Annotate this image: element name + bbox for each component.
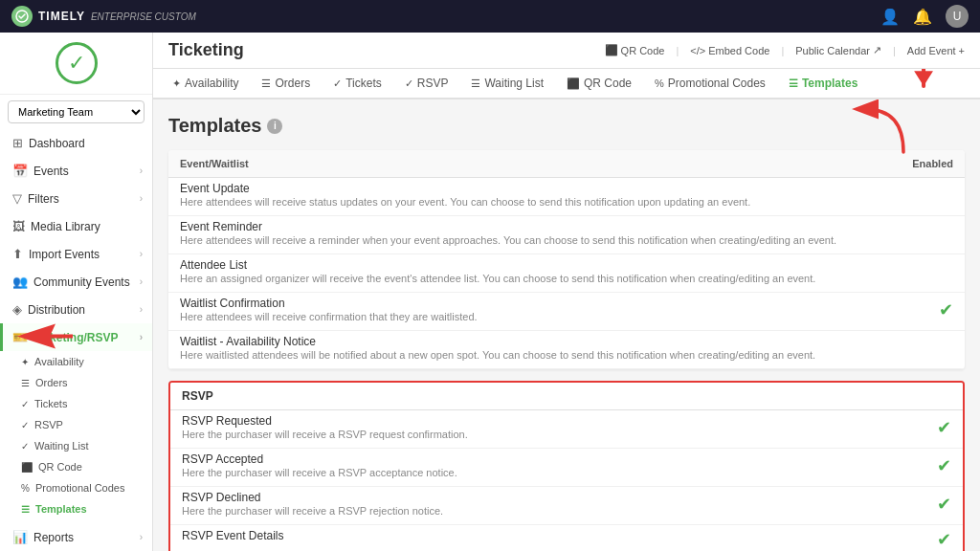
main-layout: ✓ Marketing Team ⊞Dashboard 📅Events › ▽F… bbox=[0, 33, 980, 551]
table-row: RSVP Requested Here the purchaser will r… bbox=[170, 410, 963, 449]
logo-check-icon: ✓ bbox=[68, 51, 85, 76]
template-enabled-cell: ✔ bbox=[924, 449, 963, 487]
sidebar-subitem-promo-codes[interactable]: % Promotional Codes bbox=[0, 477, 152, 498]
template-desc: Here the purchaser will receive a RSVP r… bbox=[182, 505, 913, 517]
header-actions: ⬛ QR Code | </> Embed Code | Public Cale… bbox=[605, 44, 965, 56]
sidebar-subitem-qr-code[interactable]: ⬛ QR Code bbox=[0, 456, 152, 477]
sidebar-subitem-orders[interactable]: ☰ Orders bbox=[0, 372, 152, 393]
table-row: Attendee List Here an assigned organizer… bbox=[168, 254, 965, 293]
subitem-label-templates: Templates bbox=[35, 503, 87, 515]
sidebar-item-ticketing[interactable]: 🎫Ticketing/RSVP › bbox=[0, 323, 152, 351]
sidebar-item-dashboard[interactable]: ⊞Dashboard bbox=[0, 129, 152, 157]
page-header-title: Ticketing bbox=[168, 40, 244, 60]
content-area: Ticketing ⬛ QR Code | </> Embed Code | P… bbox=[153, 33, 980, 551]
tab-qr-code[interactable]: ⬛QR Code bbox=[555, 69, 643, 99]
enabled-checkmark-icon: ✔ bbox=[937, 418, 951, 437]
red-arrow-tabs bbox=[881, 69, 965, 99]
sidebar-label-events: Events bbox=[33, 165, 69, 178]
tab-templates[interactable]: ☰Templates bbox=[777, 69, 869, 99]
tab-tickets[interactable]: ✓Tickets bbox=[322, 69, 393, 99]
sidebar-item-filters[interactable]: ▽Filters › bbox=[0, 185, 152, 212]
template-name: Attendee List bbox=[180, 258, 884, 272]
bell-icon[interactable]: 🔔 bbox=[913, 8, 932, 26]
sidebar-item-reports[interactable]: 📊Reports › bbox=[0, 523, 152, 551]
tab-icon-rsvp: ✓ bbox=[405, 77, 413, 90]
sidebar-subitem-availability[interactable]: ✦ Availability bbox=[0, 351, 152, 372]
chevron-icon: › bbox=[140, 532, 143, 542]
tab-availability[interactable]: ✦Availability bbox=[161, 69, 250, 99]
sidebar-subitem-rsvp[interactable]: ✓ RSVP bbox=[0, 414, 152, 435]
sidebar-label-media: Media Library bbox=[31, 220, 100, 233]
sidebar-item-import[interactable]: ⬆Import Events › bbox=[0, 240, 152, 268]
avatar-icon[interactable]: U bbox=[946, 5, 969, 28]
distribution-icon: ◈ bbox=[12, 302, 22, 317]
template-enabled-cell: ✔ bbox=[924, 525, 963, 552]
qr-code-action[interactable]: ⬛ QR Code bbox=[605, 44, 665, 56]
ticketing-icon: 🎫 bbox=[12, 330, 28, 344]
orders-icon: ☰ bbox=[21, 378, 30, 388]
sidebar-item-media[interactable]: 🖼Media Library bbox=[0, 212, 152, 240]
sidebar-item-community[interactable]: 👥Community Events › bbox=[0, 268, 152, 296]
template-desc: Here waitlisted attendees will be notifi… bbox=[180, 349, 884, 361]
template-enabled-cell bbox=[896, 254, 965, 293]
chevron-icon: › bbox=[140, 304, 143, 315]
subitem-label-orders: Orders bbox=[35, 377, 68, 388]
sidebar-label-community: Community Events bbox=[33, 276, 130, 289]
template-desc: Here attendees will receive confirmation… bbox=[180, 311, 884, 322]
tab-waiting-list[interactable]: ☰Waiting List bbox=[459, 69, 555, 99]
sidebar-logo: ✓ bbox=[56, 42, 98, 84]
tab-icon-templates: ☰ bbox=[789, 77, 798, 90]
tab-icon-orders: ☰ bbox=[261, 77, 271, 90]
person-icon[interactable]: 👤 bbox=[880, 8, 900, 26]
chevron-icon: › bbox=[140, 276, 143, 287]
sidebar-item-events[interactable]: 📅Events › bbox=[0, 157, 152, 185]
info-icon[interactable]: i bbox=[267, 119, 282, 134]
media-icon: 🖼 bbox=[12, 219, 25, 233]
enabled-checkmark-icon: ✔ bbox=[939, 300, 953, 320]
template-name: RSVP Declined bbox=[182, 491, 913, 504]
template-enabled-cell: ✔ bbox=[896, 293, 965, 331]
template-desc: Here the purchaser will receive a RSVP r… bbox=[182, 429, 913, 440]
rsvp-section-box: RSVP RSVP Requested Here the purchaser w… bbox=[168, 381, 965, 551]
subitem-label-qr: QR Code bbox=[38, 461, 82, 473]
template-name: RSVP Requested bbox=[182, 414, 913, 428]
enabled-checkmark-icon: ✔ bbox=[937, 495, 951, 514]
template-desc: Here attendees will receive status updat… bbox=[180, 196, 884, 208]
sidebar-label-reports: Reports bbox=[33, 531, 74, 544]
sidebar-label-ticketing: Ticketing/RSVP bbox=[33, 331, 118, 344]
waiting-list-icon: ✓ bbox=[21, 441, 29, 452]
tab-orders[interactable]: ☰Orders bbox=[250, 69, 322, 99]
sidebar-subitem-tickets[interactable]: ✓ Tickets bbox=[0, 393, 152, 414]
public-calendar-action[interactable]: Public Calendar ↗ bbox=[795, 44, 881, 56]
col-header-enabled: Enabled bbox=[896, 150, 965, 178]
brand-name: TIMELY bbox=[38, 10, 85, 23]
tab-icon-availability: ✦ bbox=[172, 77, 181, 90]
sidebar-nav: ⊞Dashboard 📅Events › ▽Filters › 🖼Media L… bbox=[0, 129, 152, 551]
tabs-bar: ✦Availability ☰Orders ✓Tickets ✓RSVP ☰Wa… bbox=[153, 69, 980, 99]
embed-code-action[interactable]: </> Embed Code bbox=[690, 45, 769, 56]
sidebar-logo-area: ✓ bbox=[0, 33, 152, 95]
chevron-icon: › bbox=[140, 165, 143, 176]
dashboard-icon: ⊞ bbox=[12, 136, 23, 150]
reports-icon: 📊 bbox=[12, 530, 28, 544]
rsvp-section-header: RSVP bbox=[170, 383, 963, 410]
add-event-action[interactable]: Add Event + bbox=[907, 45, 965, 56]
tab-rsvp[interactable]: ✓RSVP bbox=[393, 69, 460, 99]
table-row: Event Reminder Here attendees will recei… bbox=[168, 216, 965, 254]
brand-logo bbox=[11, 6, 33, 27]
template-desc: Here the purchaser will receive a RSVP a… bbox=[182, 467, 913, 478]
tickets-icon: ✓ bbox=[21, 399, 29, 409]
tab-promo-codes[interactable]: %Promotional Codes bbox=[643, 69, 777, 99]
team-selector[interactable]: Marketing Team bbox=[8, 100, 145, 123]
template-enabled-cell bbox=[896, 216, 965, 254]
sidebar-item-distribution[interactable]: ◈Distribution › bbox=[0, 296, 152, 323]
qr-code-icon: ⬛ bbox=[21, 462, 33, 473]
enabled-checkmark-icon: ✔ bbox=[937, 456, 951, 475]
sidebar-subitem-waiting-list[interactable]: ✓ Waiting List bbox=[0, 435, 152, 456]
template-name: Waitlist Confirmation bbox=[180, 297, 884, 310]
chevron-icon: › bbox=[140, 332, 143, 342]
template-name: Event Update bbox=[180, 182, 884, 195]
sidebar-subitem-templates[interactable]: ☰ Templates bbox=[0, 498, 152, 519]
rsvp-table: RSVP Requested Here the purchaser will r… bbox=[170, 410, 963, 551]
table-row: Event Update Here attendees will receive… bbox=[168, 178, 965, 216]
